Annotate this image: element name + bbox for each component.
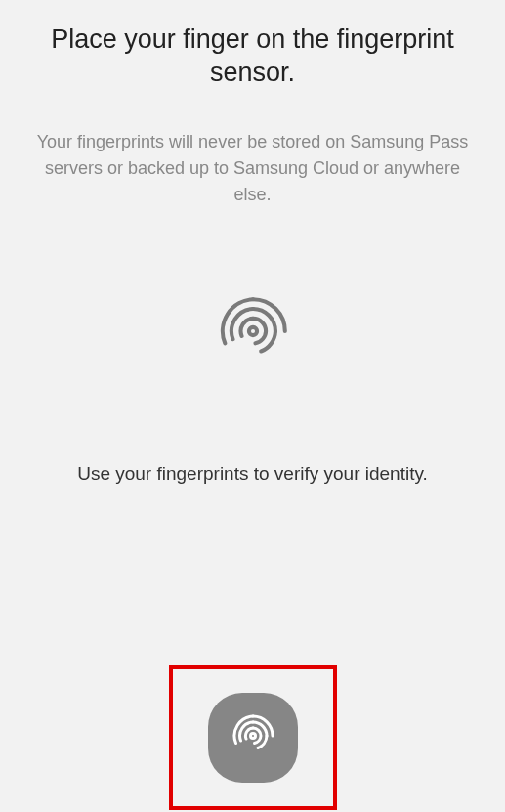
fingerprint-sensor-button[interactable] — [208, 693, 298, 783]
verify-instruction: Use your fingerprints to verify your ide… — [77, 463, 428, 485]
fingerprint-sensor-icon — [229, 711, 277, 764]
page-title: Place your finger on the fingerprint sen… — [29, 23, 476, 90]
fingerprint-icon — [213, 291, 293, 375]
privacy-subtitle: Your fingerprints will never be stored o… — [29, 129, 476, 208]
svg-point-0 — [248, 326, 256, 334]
sensor-highlight-box — [169, 665, 337, 810]
fingerprint-illustration — [213, 291, 293, 375]
svg-point-1 — [250, 733, 255, 738]
